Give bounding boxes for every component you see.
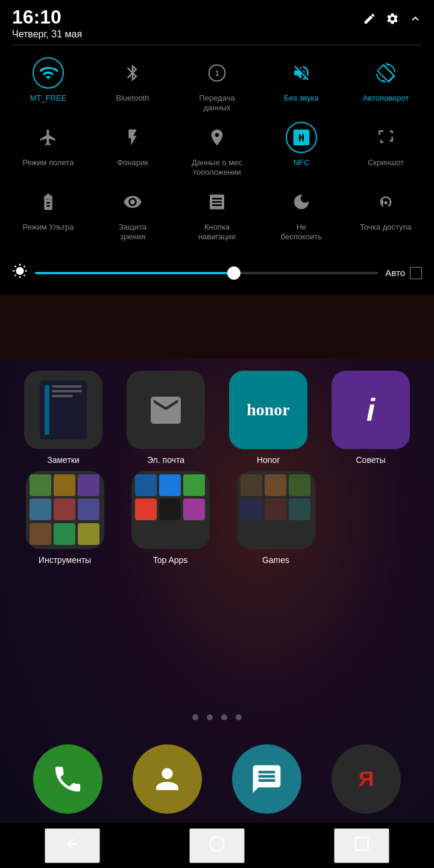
home-screen: Заметки Эл. почта honor Honor i Советы [0, 359, 434, 571]
dot-3[interactable] [221, 714, 227, 720]
status-date: Четверг, 31 мая [12, 29, 82, 40]
qs-ultramode[interactable]: Режим Ультра [9, 186, 87, 241]
app-tools[interactable]: Инструменты [18, 471, 112, 565]
qs-location-label: Данные о местоположении [192, 158, 242, 177]
qs-silent-label: Без звука [284, 93, 318, 103]
brightness-fill [35, 272, 234, 274]
qs-nfc-label: NFC [294, 158, 310, 168]
nav-back-button[interactable] [45, 828, 100, 863]
qs-autorotate[interactable]: Автоповорот [347, 57, 425, 112]
dock-browser[interactable]: Я [332, 744, 401, 814]
qs-eyeprotect-label: Защитазрения [119, 222, 146, 241]
brightness-auto[interactable]: Авто [385, 267, 422, 279]
qs-bluetooth[interactable]: Bluetooth [93, 57, 172, 112]
brightness-slider[interactable] [35, 272, 378, 274]
app-row-2: Инструменты Top Apps [12, 471, 422, 565]
qs-screenshot[interactable]: Скриншот [347, 122, 425, 177]
app-tips[interactable]: i Советы [326, 371, 416, 465]
qs-ultramode-label: Режим Ультра [23, 222, 74, 232]
nav-bar [0, 823, 434, 868]
qs-row-2: Режим полета Фонарик Данные о местоп [6, 122, 428, 177]
qs-bluetooth-label: Bluetooth [116, 93, 149, 103]
qs-airplane[interactable]: Режим полета [9, 122, 87, 177]
brightness-row: Авто [0, 257, 434, 295]
brightness-auto-label: Авто [385, 268, 405, 278]
qs-nfc[interactable]: NFC [262, 122, 341, 177]
status-time: 16:10 [12, 7, 82, 27]
qs-autorotate-label: Автоповорот [363, 93, 409, 103]
qs-silent[interactable]: Без звука [262, 57, 341, 112]
app-email-label: Эл. почта [147, 455, 184, 465]
qs-wifi[interactable]: MT_FREE [9, 57, 87, 112]
qs-data-label: Передачаданных [199, 93, 234, 112]
app-tools-label: Инструменты [39, 555, 91, 565]
brightness-auto-checkbox[interactable] [410, 267, 422, 279]
notification-panel: 16:10 Четверг, 31 мая [0, 0, 434, 295]
qs-eyeprotect[interactable]: Защитазрения [93, 186, 172, 241]
dock-messages[interactable] [232, 744, 301, 814]
qs-row-3: Режим Ультра Защитазрения Кнопканави [6, 186, 428, 241]
app-notes[interactable]: Заметки [18, 371, 108, 465]
dot-1[interactable] [192, 714, 198, 720]
app-notes-label: Заметки [47, 455, 80, 465]
dock-phone[interactable] [33, 744, 102, 814]
qs-flashlight[interactable]: Фонарик [93, 122, 172, 177]
quick-settings: MT_FREE Bluetooth 1 Пере [0, 45, 434, 257]
bottom-dock: Я [0, 738, 434, 820]
qs-dnd[interactable]: Небеспокоить [262, 186, 341, 241]
app-tips-label: Советы [356, 455, 386, 465]
qs-data[interactable]: 1 Передачаданных [178, 57, 256, 112]
status-bar: 16:10 Четверг, 31 мая [0, 0, 434, 45]
svg-text:Я: Я [359, 767, 374, 791]
brightness-thumb [227, 266, 241, 280]
app-honor[interactable]: honor Honor [223, 371, 313, 465]
qs-wifi-label: MT_FREE [30, 93, 67, 103]
app-topapps-label: Top Apps [153, 555, 188, 565]
edit-icon[interactable] [363, 12, 376, 29]
app-email[interactable]: Эл. почта [121, 371, 211, 465]
status-icons [363, 7, 422, 29]
qs-flashlight-label: Фонарик [117, 158, 148, 168]
qs-row-1: MT_FREE Bluetooth 1 Пере [6, 57, 428, 112]
nav-recent-button[interactable] [334, 828, 389, 863]
collapse-icon[interactable] [409, 12, 422, 29]
qs-airplane-label: Режим полета [22, 158, 74, 168]
qs-hotspot[interactable]: Точка доступа [347, 186, 425, 241]
app-row-1: Заметки Эл. почта honor Honor i Советы [12, 371, 422, 465]
dock-contacts[interactable] [133, 744, 202, 814]
svg-rect-5 [356, 837, 368, 850]
dot-2[interactable] [207, 714, 213, 720]
app-honor-label: Honor [257, 455, 280, 465]
qs-hotspot-label: Точка доступа [360, 222, 412, 232]
qs-location[interactable]: Данные о местоположении [178, 122, 256, 177]
svg-text:1: 1 [215, 69, 219, 78]
qs-navbutton-label: Кнопканавигации [198, 222, 236, 241]
brightness-icon [12, 263, 28, 283]
svg-point-4 [210, 837, 224, 851]
dot-4[interactable] [236, 714, 242, 720]
status-left: 16:10 Четверг, 31 мая [12, 7, 82, 40]
nav-home-button[interactable] [189, 828, 245, 863]
page-dots [0, 714, 434, 720]
app-games-label: Games [262, 555, 289, 565]
qs-screenshot-label: Скриншот [368, 158, 404, 168]
app-topapps[interactable]: Top Apps [124, 471, 217, 565]
settings-icon[interactable] [386, 12, 399, 29]
qs-navbutton[interactable]: Кнопканавигации [178, 186, 256, 241]
qs-dnd-label: Небеспокоить [281, 222, 322, 241]
app-games[interactable]: Games [229, 471, 322, 565]
